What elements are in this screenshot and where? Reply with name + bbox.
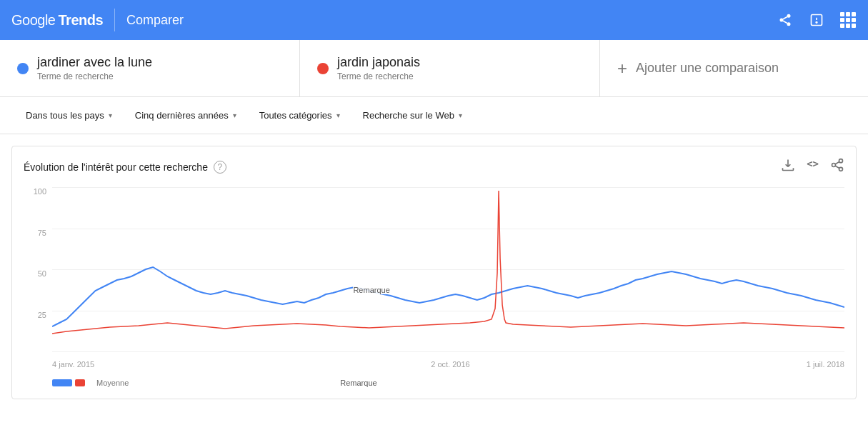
header-page-title: Comparer — [126, 13, 184, 28]
search-bar: jardiner avec la lune Terme de recherche… — [0, 40, 868, 97]
svg-point-9 — [832, 164, 836, 167]
chevron-down-icon: ▾ — [109, 111, 112, 119]
filter-country[interactable]: Dans tous les pays ▾ — [17, 104, 121, 126]
svg-point-7 — [816, 22, 817, 24]
term1-dot — [17, 63, 29, 74]
svg-point-10 — [839, 167, 843, 171]
chart-svg — [52, 187, 844, 351]
filter-period[interactable]: Cinq dernières années ▾ — [126, 104, 245, 126]
term2-subtitle: Terme de recherche — [337, 71, 420, 81]
chevron-down-icon: ▾ — [233, 111, 236, 119]
alert-icon[interactable] — [808, 11, 825, 29]
chart-legend: Moyenne Remarque — [12, 373, 856, 393]
plus-icon: + — [617, 59, 627, 79]
filter-type[interactable]: Recherche sur le Web ▾ — [354, 104, 471, 126]
chart-inner: Remarque — [52, 187, 844, 351]
x-label-2016: 2 oct. 2016 — [431, 360, 469, 369]
y-label-25: 25 — [38, 311, 46, 319]
header-logo: Google Trends — [11, 12, 103, 29]
help-icon[interactable]: ? — [214, 161, 226, 174]
filter-category[interactable]: Toutes catégories ▾ — [251, 104, 349, 126]
filter-bar: Dans tous les pays ▾ Cinq dernières anné… — [0, 97, 868, 134]
apps-icon[interactable] — [839, 11, 857, 29]
term2-dot — [317, 63, 329, 74]
y-label-100: 100 — [34, 187, 46, 196]
chart-title-row: Évolution de l'intérêt pour cette recher… — [24, 161, 226, 174]
svg-line-4 — [783, 16, 787, 19]
chart-actions: <> — [781, 158, 844, 176]
logo-google: Google — [11, 12, 56, 29]
chart-section: Évolution de l'intérêt pour cette recher… — [11, 146, 857, 399]
svg-point-0 — [787, 14, 791, 18]
y-label-50: 50 — [38, 269, 46, 278]
filter-type-label: Recherche sur le Web — [363, 110, 454, 121]
add-comparison-label: Ajouter une comparaison — [636, 61, 779, 76]
apps-grid — [840, 12, 856, 28]
remarque-annotation: Remarque — [340, 379, 376, 387]
x-label-2015: 4 janv. 2015 — [52, 360, 94, 369]
legend-label: Moyenne — [96, 379, 129, 387]
search-term-2[interactable]: jardin japonais Terme de recherche — [300, 40, 600, 96]
x-label-2018: 1 juil. 2018 — [807, 360, 844, 369]
filter-category-label: Toutes catégories — [259, 110, 332, 121]
grid-line-0 — [52, 351, 844, 352]
svg-point-1 — [780, 19, 784, 22]
chevron-down-icon: ▾ — [336, 111, 340, 119]
legend-red — [75, 379, 85, 386]
y-axis-labels: 100 75 50 25 — [24, 187, 52, 351]
embed-icon[interactable]: <> — [807, 158, 819, 176]
filter-period-label: Cinq dernières années — [135, 110, 229, 121]
share-chart-icon[interactable] — [830, 158, 844, 176]
term1-subtitle: Terme de recherche — [37, 71, 152, 81]
share-icon[interactable] — [777, 11, 794, 29]
download-icon[interactable] — [781, 158, 795, 176]
svg-line-12 — [835, 161, 839, 164]
chart-header: Évolution de l'intérêt pour cette recher… — [12, 158, 856, 187]
chevron-down-icon: ▾ — [459, 111, 462, 119]
svg-point-2 — [787, 22, 791, 26]
remarque-label: Remarque — [353, 286, 389, 294]
legend-blue — [52, 379, 72, 386]
svg-point-8 — [839, 159, 843, 163]
chart-container: 100 75 50 25 Remarque — [12, 187, 856, 373]
svg-line-3 — [783, 21, 787, 23]
add-comparison-button[interactable]: + Ajouter une comparaison — [600, 40, 868, 96]
term1-name: jardiner avec la lune — [37, 55, 152, 70]
search-term-1[interactable]: jardiner avec la lune Terme de recherche — [0, 40, 300, 96]
header: Google Trends Comparer — [0, 0, 868, 40]
term1-text: jardiner avec la lune Terme de recherche — [37, 55, 152, 81]
x-axis-labels: 4 janv. 2015 2 oct. 2016 1 juil. 2018 — [52, 356, 844, 373]
header-icons — [777, 11, 857, 29]
logo-trends: Trends — [59, 12, 104, 29]
svg-line-11 — [835, 166, 839, 168]
filter-country-label: Dans tous les pays — [26, 110, 104, 121]
header-divider — [114, 9, 115, 31]
legend-colors — [52, 379, 85, 386]
term2-text: jardin japonais Terme de recherche — [337, 55, 420, 81]
y-label-75: 75 — [38, 229, 46, 237]
chart-title: Évolution de l'intérêt pour cette recher… — [24, 161, 208, 173]
term2-name: jardin japonais — [337, 55, 420, 70]
